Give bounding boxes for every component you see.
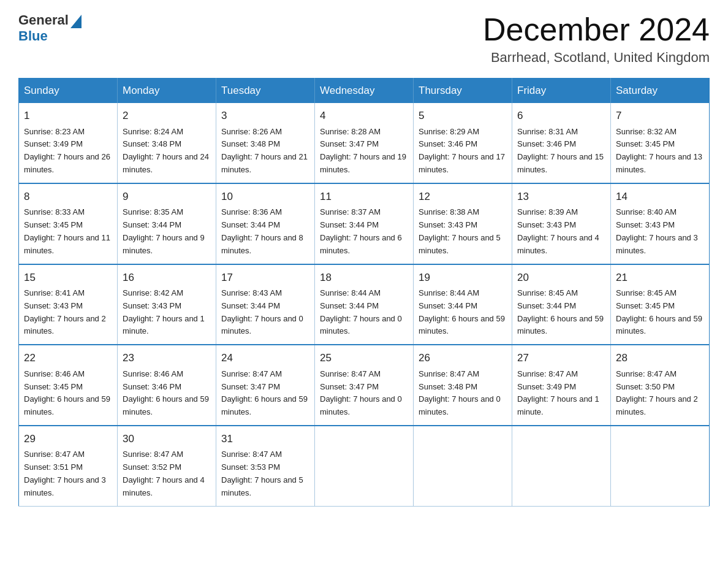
day-number: 23 [123, 350, 211, 366]
table-row: 16Sunrise: 8:42 AMSunset: 3:43 PMDayligh… [118, 264, 216, 345]
table-row: 12Sunrise: 8:38 AMSunset: 3:43 PMDayligh… [414, 183, 512, 264]
col-wednesday: Wednesday [315, 79, 414, 104]
col-thursday: Thursday [414, 79, 512, 104]
table-row: 4Sunrise: 8:28 AMSunset: 3:47 PMDaylight… [315, 103, 414, 183]
table-row: 14Sunrise: 8:40 AMSunset: 3:43 PMDayligh… [611, 183, 710, 264]
day-info: Sunrise: 8:41 AMSunset: 3:43 PMDaylight:… [24, 288, 106, 335]
col-friday: Friday [512, 79, 611, 104]
table-row: 28Sunrise: 8:47 AMSunset: 3:50 PMDayligh… [611, 345, 710, 426]
day-number: 27 [517, 350, 605, 366]
day-info: Sunrise: 8:47 AMSunset: 3:51 PMDaylight:… [24, 450, 106, 497]
col-tuesday: Tuesday [216, 79, 315, 104]
day-number: 24 [221, 350, 309, 366]
day-number: 21 [616, 270, 704, 286]
logo-general-text: General [18, 12, 69, 28]
logo-blue-text: Blue [18, 28, 48, 44]
table-row [512, 426, 611, 506]
day-number: 14 [616, 189, 704, 205]
day-number: 25 [320, 350, 408, 366]
day-info: Sunrise: 8:47 AMSunset: 3:50 PMDaylight:… [616, 369, 698, 416]
table-row: 27Sunrise: 8:47 AMSunset: 3:49 PMDayligh… [512, 345, 611, 426]
table-row: 1Sunrise: 8:23 AMSunset: 3:49 PMDaylight… [19, 103, 118, 183]
table-row: 23Sunrise: 8:46 AMSunset: 3:46 PMDayligh… [118, 345, 216, 426]
day-info: Sunrise: 8:47 AMSunset: 3:47 PMDaylight:… [320, 369, 402, 416]
day-number: 19 [419, 270, 507, 286]
day-info: Sunrise: 8:29 AMSunset: 3:46 PMDaylight:… [419, 127, 505, 174]
table-row: 8Sunrise: 8:33 AMSunset: 3:45 PMDaylight… [19, 183, 118, 264]
table-row [611, 426, 710, 506]
day-number: 7 [616, 108, 704, 124]
day-info: Sunrise: 8:42 AMSunset: 3:43 PMDaylight:… [123, 288, 205, 335]
table-row: 7Sunrise: 8:32 AMSunset: 3:45 PMDaylight… [611, 103, 710, 183]
logo: General Blue [18, 12, 83, 44]
day-info: Sunrise: 8:44 AMSunset: 3:44 PMDaylight:… [419, 288, 505, 335]
table-row: 21Sunrise: 8:45 AMSunset: 3:45 PMDayligh… [611, 264, 710, 345]
day-number: 6 [517, 108, 605, 124]
day-number: 10 [221, 189, 309, 205]
day-number: 22 [24, 350, 112, 366]
table-row: 22Sunrise: 8:46 AMSunset: 3:45 PMDayligh… [19, 345, 118, 426]
table-row: 17Sunrise: 8:43 AMSunset: 3:44 PMDayligh… [216, 264, 315, 345]
day-number: 13 [517, 189, 605, 205]
calendar-header-row: Sunday Monday Tuesday Wednesday Thursday… [19, 79, 710, 104]
day-info: Sunrise: 8:23 AMSunset: 3:49 PMDaylight:… [24, 127, 110, 174]
day-number: 28 [616, 350, 704, 366]
calendar-week-row: 1Sunrise: 8:23 AMSunset: 3:49 PMDaylight… [19, 103, 710, 183]
table-row: 30Sunrise: 8:47 AMSunset: 3:52 PMDayligh… [118, 426, 216, 506]
col-saturday: Saturday [611, 79, 710, 104]
day-info: Sunrise: 8:40 AMSunset: 3:43 PMDaylight:… [616, 207, 698, 255]
day-number: 9 [123, 189, 211, 205]
day-number: 17 [221, 270, 309, 286]
day-info: Sunrise: 8:39 AMSunset: 3:43 PMDaylight:… [517, 207, 599, 255]
table-row: 10Sunrise: 8:36 AMSunset: 3:44 PMDayligh… [216, 183, 315, 264]
day-number: 3 [221, 108, 309, 124]
table-row: 3Sunrise: 8:26 AMSunset: 3:48 PMDaylight… [216, 103, 315, 183]
day-number: 20 [517, 270, 605, 286]
table-row: 24Sunrise: 8:47 AMSunset: 3:47 PMDayligh… [216, 345, 315, 426]
table-row: 11Sunrise: 8:37 AMSunset: 3:44 PMDayligh… [315, 183, 414, 264]
calendar-week-row: 22Sunrise: 8:46 AMSunset: 3:45 PMDayligh… [19, 345, 710, 426]
month-title: December 2024 [483, 12, 710, 47]
location-subtitle: Barrhead, Scotland, United Kingdom [483, 50, 710, 66]
table-row: 29Sunrise: 8:47 AMSunset: 3:51 PMDayligh… [19, 426, 118, 506]
day-number: 11 [320, 189, 408, 205]
day-info: Sunrise: 8:47 AMSunset: 3:52 PMDaylight:… [123, 450, 205, 497]
day-info: Sunrise: 8:35 AMSunset: 3:44 PMDaylight:… [123, 207, 205, 255]
day-number: 29 [24, 431, 112, 447]
day-number: 31 [221, 431, 309, 447]
calendar-week-row: 29Sunrise: 8:47 AMSunset: 3:51 PMDayligh… [19, 426, 710, 506]
logo-triangle-icon [70, 15, 82, 28]
day-number: 8 [24, 189, 112, 205]
day-info: Sunrise: 8:47 AMSunset: 3:49 PMDaylight:… [517, 369, 599, 416]
day-info: Sunrise: 8:47 AMSunset: 3:47 PMDaylight:… [221, 369, 308, 416]
col-sunday: Sunday [19, 79, 118, 104]
calendar-week-row: 8Sunrise: 8:33 AMSunset: 3:45 PMDaylight… [19, 183, 710, 264]
table-row: 19Sunrise: 8:44 AMSunset: 3:44 PMDayligh… [414, 264, 512, 345]
day-number: 1 [24, 108, 112, 124]
table-row: 31Sunrise: 8:47 AMSunset: 3:53 PMDayligh… [216, 426, 315, 506]
day-info: Sunrise: 8:38 AMSunset: 3:43 PMDaylight:… [419, 207, 501, 255]
calendar-table: Sunday Monday Tuesday Wednesday Thursday… [18, 78, 710, 506]
table-row: 13Sunrise: 8:39 AMSunset: 3:43 PMDayligh… [512, 183, 611, 264]
day-info: Sunrise: 8:45 AMSunset: 3:44 PMDaylight:… [517, 288, 604, 335]
table-row: 15Sunrise: 8:41 AMSunset: 3:43 PMDayligh… [19, 264, 118, 345]
day-info: Sunrise: 8:24 AMSunset: 3:48 PMDaylight:… [123, 127, 209, 174]
day-number: 2 [123, 108, 211, 124]
day-number: 18 [320, 270, 408, 286]
day-number: 30 [123, 431, 211, 447]
table-row: 25Sunrise: 8:47 AMSunset: 3:47 PMDayligh… [315, 345, 414, 426]
day-info: Sunrise: 8:37 AMSunset: 3:44 PMDaylight:… [320, 207, 402, 255]
table-row: 6Sunrise: 8:31 AMSunset: 3:46 PMDaylight… [512, 103, 611, 183]
day-number: 12 [419, 189, 507, 205]
table-row: 2Sunrise: 8:24 AMSunset: 3:48 PMDaylight… [118, 103, 216, 183]
page-header: General Blue December 2024 Barrhead, Sco… [18, 12, 710, 66]
table-row: 20Sunrise: 8:45 AMSunset: 3:44 PMDayligh… [512, 264, 611, 345]
table-row [315, 426, 414, 506]
day-info: Sunrise: 8:46 AMSunset: 3:45 PMDaylight:… [24, 369, 110, 416]
col-monday: Monday [118, 79, 216, 104]
table-row [414, 426, 512, 506]
day-number: 5 [419, 108, 507, 124]
title-area: December 2024 Barrhead, Scotland, United… [483, 12, 710, 66]
table-row: 26Sunrise: 8:47 AMSunset: 3:48 PMDayligh… [414, 345, 512, 426]
day-info: Sunrise: 8:44 AMSunset: 3:44 PMDaylight:… [320, 288, 402, 335]
